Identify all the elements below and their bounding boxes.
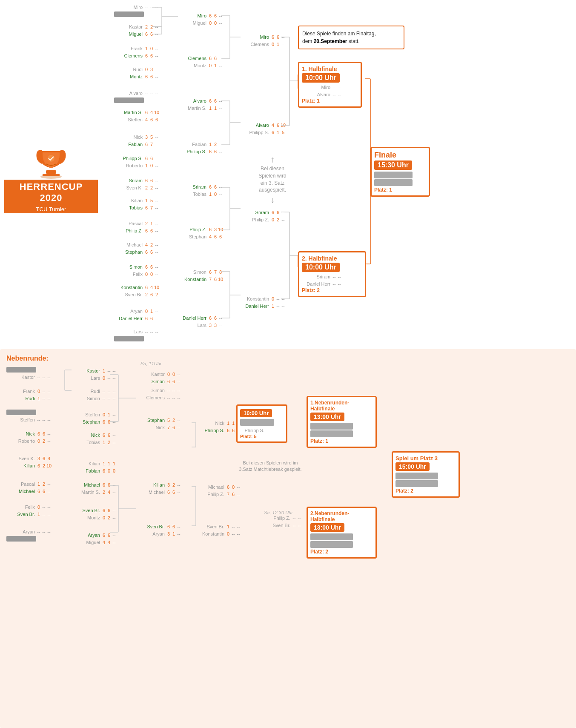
- nr2-match8: Aryan66-- Miguel44--: [72, 531, 117, 546]
- r2-match2: Clemens66-- Moritz01--: [178, 54, 223, 69]
- r1-match12: Michael42-- Stephan66--: [114, 241, 159, 255]
- finale-platz: Platz: 1: [374, 187, 426, 193]
- nr-semifinal2-bracket: Philip Z.---- Sven Br.----: [262, 514, 302, 529]
- neben-hf1-box: 1.Nebenrunden-Halbfinale 13:00 Uhr Platz…: [307, 396, 377, 448]
- platz3-tbd2: [395, 480, 438, 487]
- nr3-match1b: Simon------ Clemens------: [136, 387, 181, 401]
- neben-label: Nebenrunde:: [6, 355, 49, 362]
- svg-rect-1: [46, 170, 56, 174]
- finale-tbd1: [374, 172, 413, 178]
- r2-match7: Simon678 Konstantin7610: [178, 268, 223, 283]
- nr2-match4: Nick66-- Tobias12--: [72, 431, 117, 446]
- platz3-platz: Platz: 2: [395, 488, 456, 494]
- r2-match4: Fabian12-- Philipp S.66--: [178, 140, 223, 155]
- neben-hf1-tbd2: [310, 430, 353, 437]
- nr2-match1: Kastor1---- Lars0----: [72, 367, 117, 381]
- finale-tbd2: [374, 179, 413, 186]
- r1-match1: Miro------: [114, 3, 159, 18]
- hf2-p1: Sriram: [302, 274, 332, 279]
- nr3-match2: Stephan52-- Nick76--: [136, 416, 181, 431]
- hf2-p2: Daniel Herr: [302, 281, 332, 287]
- hf2-title: 2. Halbfinale: [302, 255, 362, 262]
- r2-match5: Sriram66-- Tobias10--: [178, 183, 223, 198]
- finale-box: Finale 15:30 Uhr Platz: 1: [370, 147, 430, 197]
- r1-match3: Frank10-- Clemens66--: [114, 45, 159, 59]
- logo-area: HERRENCUP 2020 TCU Turnier: [4, 145, 98, 213]
- neben-hf1-tbd1: [310, 423, 353, 430]
- r3-match2: Alvaro4610 Philipp S.615: [241, 121, 286, 136]
- nr1-match1: Kastor------: [6, 366, 52, 381]
- r1-match2: Kastor22-- Miguel66--: [114, 23, 159, 37]
- r1-match15: Aryan01-- Daniel Herr66--: [114, 307, 159, 322]
- r1-match7: Nick35-- Fabian67--: [114, 133, 159, 148]
- bei-diesen-text: Bei diesenSpielen wirdein 3. Satzausgesp…: [251, 165, 294, 194]
- nr2-match7: Sven Br.66-- Moritz02--: [72, 507, 117, 521]
- r1-match14: Konstantin6410 Sven Br.262: [114, 284, 159, 298]
- neben-hf2-box: 2.Nebenrunden-Halbfinale 13:00 Uhr Platz…: [307, 507, 377, 559]
- nr3-match3: Kilian32-- Michael66--: [136, 481, 181, 496]
- info-box: Diese Spiele finden am Finaltag,dem 20.S…: [298, 26, 404, 49]
- platz3-box: Spiel um Platz 3 15:00 Uhr Platz: 2: [392, 451, 460, 498]
- neben-10-tbd1: [240, 419, 274, 426]
- r3-match1: Miro66-- Clemens01--: [241, 33, 286, 48]
- svg-rect-2: [43, 174, 60, 176]
- r3-match4: Konstantin0---- Daniel Herr1----: [241, 295, 286, 310]
- nr1-match3: Steffen------: [6, 409, 52, 423]
- nr1-match7: Felix0---- Sven Br.1----: [6, 503, 52, 518]
- neben-hf2-time: 13:00 Uhr: [310, 523, 344, 532]
- nr4-match1: Nick11-- Philipp S.66--: [196, 419, 241, 434]
- neben-10uhr-box: 10:00 Uhr Philipp S. -- Platz: 5: [236, 404, 287, 443]
- r3-match3: Sriram66-- Philip Z.02--: [241, 209, 286, 223]
- halbfinale2-box: 2. Halbfinale 10:00 Uhr Sriram -- -- Dan…: [298, 251, 366, 297]
- r2-match6: Philip Z.6310 Stephan466: [178, 226, 223, 240]
- hf1-time: 10:00 Uhr: [302, 73, 340, 83]
- arrow-up: ↑: [251, 153, 294, 165]
- hf1-platz: Platz: 1: [302, 98, 358, 104]
- r1-match4: Rudi03-- Moritz66--: [114, 66, 159, 80]
- neben-10-time: 10:00 Uhr: [240, 409, 272, 417]
- nr3-match1: Kastor00-- Simon66--: [136, 370, 181, 385]
- nr2-match5: Kilian111 Fabian600: [72, 460, 117, 474]
- neben-hf1-title: 1.Nebenrunden-Halbfinale: [310, 400, 373, 412]
- neben-hf1-time: 13:00 Uhr: [310, 413, 344, 421]
- arrow-down: ↓: [251, 194, 294, 206]
- r1-match5: Alvaro------: [114, 89, 159, 104]
- platz3-title: Spiel um Platz 3: [395, 455, 456, 461]
- neben-hf2-tbd1: [310, 533, 353, 540]
- r1-match8: Philipp S.66-- Roberto10--: [114, 155, 159, 169]
- finale-title: Finale: [374, 151, 426, 160]
- neben-bei-box: Bei diesen Spielen wird im 3.Satz Matcht…: [236, 460, 304, 473]
- neben-10-platz: Platz: 5: [240, 434, 284, 439]
- neben-bei-text: Bei diesen Spielen wird im 3.Satz Matcht…: [239, 460, 301, 472]
- r2-match8: Daniel Herr66-- Lars33--: [178, 314, 223, 329]
- hf1-title: 1. Halbfinale: [302, 66, 358, 72]
- nr1-match5: Sven K.364 Kilian6210: [6, 455, 52, 469]
- nr1-match6: Pascal12-- Michael66--: [6, 480, 52, 495]
- trophy-icon: [30, 145, 72, 179]
- hf1-p2: Alvaro: [302, 92, 332, 97]
- nr1-match2: Frank0---- Rudi1----: [6, 387, 52, 402]
- bei-diesen-box: ↑ Bei diesenSpielen wirdein 3. Satzausge…: [251, 153, 294, 206]
- nr2-match6: Michael66-- Martin S.24--: [72, 481, 117, 496]
- nr1-match8: Aryan------: [6, 528, 52, 542]
- herrencup-label: HERRENCUP 2020: [4, 180, 98, 205]
- info-text: Diese Spiele finden am Finaltag,dem 20.S…: [302, 31, 376, 44]
- r1-match9: Sriram66-- Sven K.22--: [114, 177, 159, 191]
- r1-match10: Kilian15-- Tobias67--: [114, 197, 159, 211]
- hf2-time: 10:00 Uhr: [302, 263, 340, 272]
- halbfinale1-box: 1. Halbfinale 10:00 Uhr Miro -- -- Alvar…: [298, 62, 362, 108]
- r1-match13: Simon66-- Felix00--: [114, 263, 159, 278]
- hf1-p1: Miro: [302, 85, 332, 90]
- r2-match3: Alvaro66-- Martin S.11--: [178, 97, 223, 112]
- nr4-match3: Sven Br.1---- Konstantin0----: [196, 523, 241, 537]
- platz3-time: 15:00 Uhr: [395, 462, 430, 471]
- neben-hf2-title: 2.Nebenrunden-Halbfinale: [310, 510, 373, 522]
- r1-match11: Pascal21-- Philip Z.66--: [114, 220, 159, 234]
- nr3-match4: Sven Br.66-- Aryan31--: [136, 523, 181, 537]
- nr2-match2: Rudi------ Simon------: [72, 387, 117, 402]
- neben-hf2-tbd2: [310, 541, 353, 548]
- r1-match6: Martin S.6410 Steffen466: [114, 109, 159, 123]
- r1-match16: Lars------: [114, 328, 159, 342]
- nr1-match4: Nick66-- Roberto02--: [6, 430, 52, 444]
- tcu-label: TCU Turnier: [4, 205, 98, 213]
